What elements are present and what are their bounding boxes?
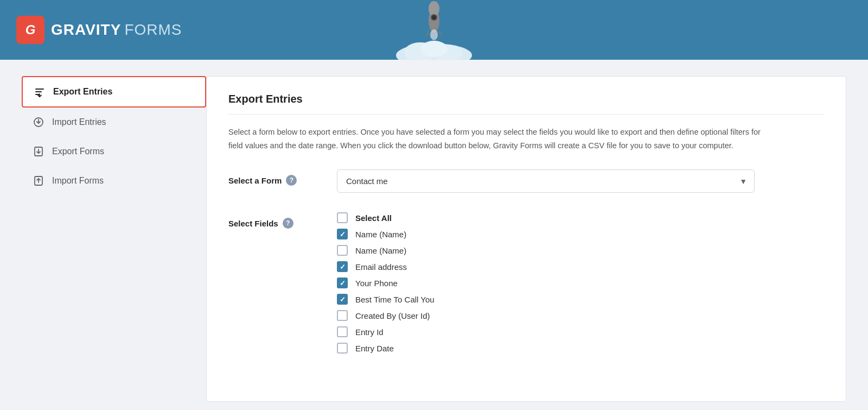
field-label-email: Email address	[355, 262, 407, 272]
checkbox-email[interactable]	[337, 261, 348, 272]
sidebar-item-import-forms[interactable]: Import Forms	[22, 166, 206, 195]
checkbox-list: Select All Name (Name) Name (Name)	[337, 212, 824, 354]
checkbox-select-all[interactable]	[337, 212, 348, 223]
rocket-illustration	[391, 0, 477, 60]
field-label-entry-id: Entry Id	[355, 327, 384, 337]
logo-icon: G	[16, 16, 44, 44]
export-entries-icon	[34, 86, 46, 98]
select-fields-label: Select Fields ?	[228, 212, 315, 229]
checkbox-phone[interactable]	[337, 277, 348, 288]
checkbox-name-2[interactable]	[337, 245, 348, 256]
svg-marker-5	[439, 29, 443, 38]
checkbox-row-entry-date: Entry Date	[337, 343, 824, 354]
checkbox-row-best-time: Best Time To Call You	[337, 294, 824, 305]
sidebar-item-import-entries[interactable]: Import Entries	[22, 108, 206, 137]
checkbox-name-1[interactable]	[337, 229, 348, 239]
logo-area: G GRAVITY FORMS	[16, 16, 182, 44]
checkbox-best-time[interactable]	[337, 294, 348, 305]
checkbox-row-name-2: Name (Name)	[337, 245, 824, 256]
select-fields-row: Select Fields ? Select All Name (Name)	[228, 212, 824, 354]
field-label-phone: Your Phone	[355, 279, 398, 288]
checkbox-row-entry-id: Entry Id	[337, 326, 824, 337]
sidebar-item-export-forms[interactable]: Export Forms	[22, 137, 206, 166]
form-select-wrapper: Contact me ▼	[337, 169, 755, 193]
sidebar-label-export-forms: Export Forms	[52, 147, 104, 156]
field-label-name-1: Name (Name)	[355, 230, 406, 239]
export-forms-icon	[33, 146, 44, 157]
checkbox-row-phone: Your Phone	[337, 277, 824, 288]
checkbox-entry-date[interactable]	[337, 343, 348, 354]
select-form-row: Select a Form ? Contact me ▼	[228, 169, 824, 193]
fields-help-icon[interactable]: ?	[283, 218, 293, 229]
select-form-label: Select a Form ?	[228, 169, 315, 186]
page-title: Export Entries	[228, 93, 824, 115]
sidebar-label-import-entries: Import Entries	[52, 117, 106, 127]
select-all-label: Select All	[355, 213, 392, 223]
rocket-icon	[420, 0, 448, 43]
field-label-best-time: Best Time To Call You	[355, 295, 435, 304]
logo-gravity: GRAVITY	[51, 21, 121, 39]
main-wrapper: Export Entries Import Entries Export	[11, 60, 857, 410]
logo-text: GRAVITY FORMS	[51, 21, 182, 39]
svg-point-3	[432, 15, 436, 20]
page-description: Select a form below to export entries. O…	[228, 125, 771, 152]
field-label-name-2: Name (Name)	[355, 246, 406, 255]
checkbox-entry-id[interactable]	[337, 326, 348, 337]
checkbox-row-name-1: Name (Name)	[337, 229, 824, 239]
fields-control-area: Select All Name (Name) Name (Name)	[337, 212, 824, 354]
svg-point-10	[420, 41, 448, 57]
checkbox-row-created-by: Created By (User Id)	[337, 310, 824, 321]
checkbox-row-select-all: Select All	[337, 212, 824, 223]
sidebar: Export Entries Import Entries Export	[22, 76, 206, 402]
sidebar-item-export-entries[interactable]: Export Entries	[22, 76, 206, 108]
form-select-area: Contact me ▼	[337, 169, 824, 193]
form-help-icon[interactable]: ?	[286, 175, 297, 186]
content-area: Export Entries Select a form below to ex…	[206, 76, 846, 402]
svg-point-1	[429, 1, 439, 16]
form-select[interactable]: Contact me	[337, 169, 755, 193]
import-forms-icon	[33, 175, 44, 187]
checkbox-created-by[interactable]	[337, 310, 348, 321]
import-entries-icon	[33, 116, 44, 128]
logo-forms: FORMS	[124, 21, 182, 39]
app-header: G GRAVITY FORMS	[0, 0, 868, 60]
cloud-icon	[391, 38, 477, 60]
field-label-created-by: Created By (User Id)	[355, 311, 430, 320]
field-label-entry-date: Entry Date	[355, 344, 394, 353]
svg-marker-4	[425, 29, 429, 38]
sidebar-label-export-entries: Export Entries	[53, 87, 112, 97]
sidebar-label-import-forms: Import Forms	[52, 176, 104, 186]
checkbox-row-email: Email address	[337, 261, 824, 272]
